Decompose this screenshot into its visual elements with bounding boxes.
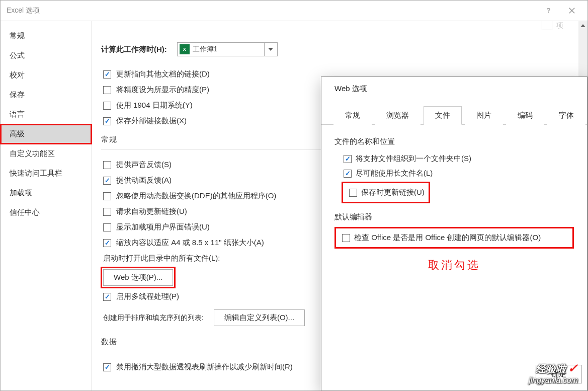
web-options-button[interactable]: Web 选项(P)...: [103, 269, 173, 286]
help-button[interactable]: ?: [537, 3, 560, 19]
tab-files[interactable]: 文件: [424, 106, 462, 125]
checkbox-icon: [103, 177, 111, 185]
checkbox-long-filenames[interactable]: 尽可能使用长文件名(L): [334, 166, 574, 181]
checkbox-icon: [342, 234, 350, 242]
checkbox-default-office-editor[interactable]: 检查 Office 是否是用 Office 创建的网页的默认编辑器(O): [340, 230, 568, 245]
edit-custom-list-button[interactable]: 编辑自定义列表(O)...: [214, 309, 305, 326]
close-button[interactable]: [560, 3, 583, 19]
custom-list-label: 创建用于排序和填充序列的列表:: [103, 314, 204, 323]
checkbox-icon: [103, 86, 111, 94]
scroll-up-icon[interactable]: [578, 21, 587, 30]
checkbox-icon: [103, 117, 111, 125]
window-title: Excel 选项: [5, 6, 537, 15]
truncated-dropdown[interactable]: [542, 21, 552, 30]
checkbox-icon: [103, 70, 111, 79]
checkbox-icon: [344, 170, 352, 178]
svg-text:?: ?: [547, 7, 550, 14]
sidebar-item-customize-ribbon[interactable]: 自定义功能区: [1, 144, 92, 164]
checkbox-organize-folder[interactable]: 将支持文件组织到一个文件夹中(S): [334, 151, 574, 166]
workbook-calc-label: 计算此工作簿时(H):: [101, 45, 167, 54]
excel-icon: X: [180, 44, 190, 54]
titlebar: Excel 选项 ?: [1, 1, 587, 21]
checkbox-icon: [103, 363, 111, 371]
svg-marker-4: [268, 48, 273, 51]
checkbox-icon: [103, 102, 111, 110]
tab-general[interactable]: 常规: [333, 106, 372, 125]
tab-browsers[interactable]: 浏览器: [375, 106, 421, 125]
chevron-down-icon[interactable]: [264, 43, 277, 56]
checkbox-icon: [103, 293, 111, 301]
annotation-uncheck: 取消勾选: [334, 258, 574, 273]
checkbox-icon: [103, 161, 111, 169]
svg-marker-3: [580, 24, 585, 27]
web-dialog-title: Web 选项: [321, 77, 587, 99]
tab-pictures[interactable]: 图片: [465, 106, 503, 125]
sidebar-item-save[interactable]: 保存: [1, 85, 92, 105]
checkbox-icon: [103, 223, 111, 231]
sidebar-item-advanced[interactable]: 高级: [1, 124, 92, 144]
sidebar-item-language[interactable]: 语言: [1, 105, 92, 124]
workbook-select-value: 工作簿1: [193, 45, 264, 54]
workbook-select[interactable]: X 工作簿1: [177, 42, 278, 56]
web-dialog-tabs: 常规 浏览器 文件 图片 编码 字体: [321, 99, 587, 125]
category-sidebar: 常规 公式 校对 保存 语言 高级 自定义功能区 快速访问工具栏 加载项 信任中…: [1, 21, 92, 390]
checkbox-icon: [349, 189, 357, 197]
sidebar-item-addins[interactable]: 加载项: [1, 183, 92, 203]
checkbox-icon: [103, 208, 111, 216]
checkbox-update-links-on-save[interactable]: 保存时更新链接(U): [347, 185, 425, 200]
sidebar-item-quick-access[interactable]: 快速访问工具栏: [1, 164, 92, 183]
sidebar-item-trust-center[interactable]: 信任中心: [1, 203, 92, 222]
sidebar-item-general[interactable]: 常规: [1, 26, 92, 46]
workbook-calc-row: 计算此工作簿时(H): X 工作簿1: [101, 42, 567, 56]
sidebar-item-proofing[interactable]: 校对: [1, 65, 92, 85]
tab-encoding[interactable]: 编码: [506, 106, 544, 125]
group-filenames-title: 文件的名称和位置: [334, 137, 574, 146]
web-options-dialog: Web 选项 常规 浏览器 文件 图片 编码 字体 文件的名称和位置 将支持文件…: [321, 76, 587, 391]
tab-fonts[interactable]: 字体: [547, 106, 585, 125]
sidebar-item-formulas[interactable]: 公式: [1, 46, 92, 65]
checkbox-icon: [103, 239, 111, 247]
checkbox-icon: [344, 155, 352, 163]
group-default-editor-title: 默认编辑器: [334, 212, 574, 222]
truncated-previous-section: 选项: [101, 21, 567, 30]
checkbox-icon: [103, 192, 111, 200]
watermark: 经验啦 ✓ jingyanla.com: [529, 361, 578, 385]
